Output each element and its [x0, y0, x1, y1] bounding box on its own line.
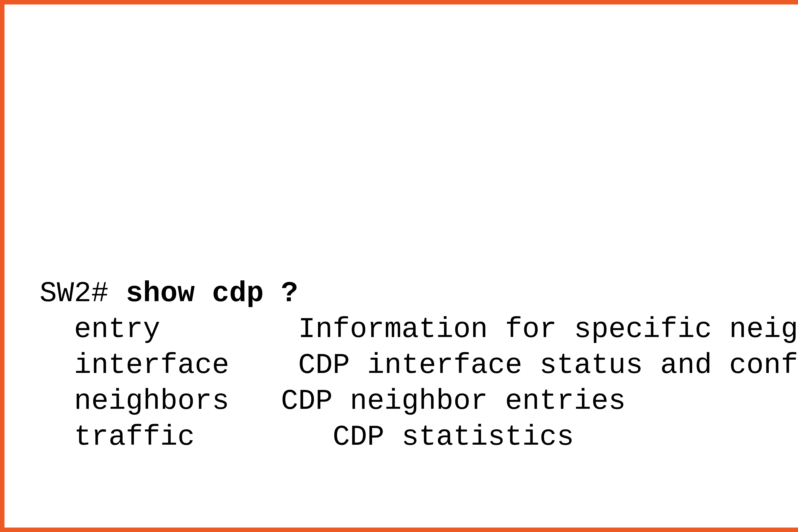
cli-command: show cdp ? — [126, 277, 298, 310]
cli-option-interface: interface CDP interface status and confi… — [40, 347, 798, 383]
cli-option-entry: entry Information for specific neighbor … — [40, 311, 798, 347]
document-frame: PIVIT SW2# show cdp ? entry Information … — [0, 0, 798, 532]
cli-option-neighbors: neighbors CDP neighbor entries — [40, 383, 798, 419]
cli-output: SW2# show cdp ? entry Information for sp… — [40, 204, 798, 527]
cli-prompt: SW2# — [40, 277, 126, 310]
cli-option-traffic: traffic CDP statistics — [40, 419, 798, 455]
cli-prompt-line: SW2# show cdp ? — [40, 276, 798, 311]
